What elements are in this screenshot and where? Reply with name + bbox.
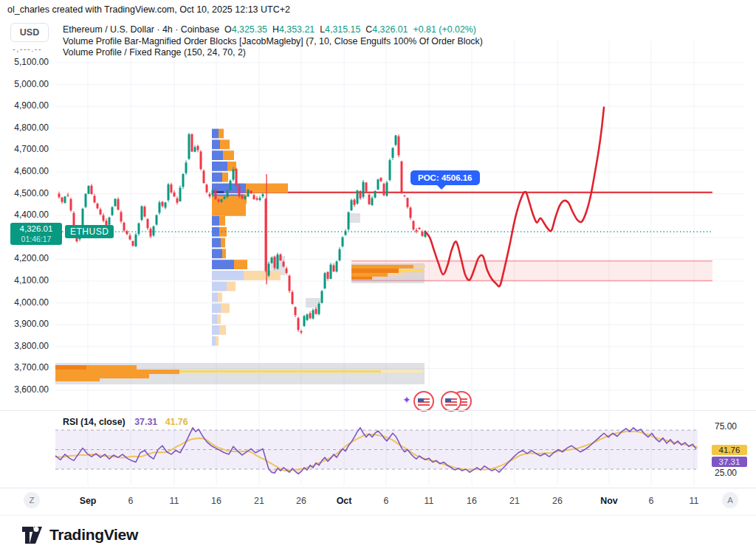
candle-body <box>351 200 353 210</box>
candle-body <box>306 314 309 320</box>
zone-volume-bar <box>351 273 388 277</box>
candle-body <box>236 169 238 185</box>
candle-body <box>227 191 229 197</box>
tradingview-logo-icon <box>22 527 42 544</box>
candle-body <box>120 212 123 221</box>
candle-body <box>283 262 285 266</box>
candle-body <box>413 221 415 230</box>
candle-body <box>241 196 244 199</box>
price-axis-label: 4,100.00 <box>0 275 49 285</box>
candle-body <box>280 255 282 260</box>
volume-profile-bar-buy <box>212 314 217 324</box>
zone-volume-bar <box>399 270 424 272</box>
candle-body <box>218 199 220 201</box>
time-axis-label: 6 <box>128 496 134 506</box>
time-axis-badge-button[interactable]: Z <box>24 492 40 508</box>
current-price-badge: 4,326.01 01:46:17 <box>10 223 62 245</box>
candle-body <box>150 229 152 236</box>
rsi-legend[interactable]: RSI (14, close) 37.31 41.76 <box>63 417 188 427</box>
time-axis-label: 26 <box>552 496 563 506</box>
rsi-main-badge: 37.31 <box>712 457 747 467</box>
price-placeholder: -,---.-- <box>13 44 42 53</box>
candle-body <box>407 198 409 207</box>
candle-body <box>253 195 255 199</box>
candle-body <box>357 190 359 204</box>
pane-separator[interactable] <box>0 410 756 411</box>
candle-body <box>348 212 350 229</box>
candle-body <box>374 191 377 198</box>
currency-toggle-button[interactable]: USD <box>10 23 49 42</box>
indicator-row-fixed-range[interactable]: Volume Profile / Fixed Range (150, 24, 7… <box>63 47 483 59</box>
time-axis-label: 6 <box>649 496 654 506</box>
volume-profile-bar-sell <box>217 314 221 324</box>
candle-body <box>392 148 394 157</box>
candle-body <box>383 184 385 195</box>
candle-body <box>129 235 131 239</box>
candle-body <box>91 186 93 194</box>
time-axis-label: Nov <box>600 496 617 506</box>
candle-body <box>244 196 247 199</box>
candle-body <box>221 199 223 201</box>
candle-body <box>398 136 400 156</box>
rsi-title-text: RSI (14, close) <box>63 417 126 427</box>
fixed-range-volume-bar <box>381 370 423 373</box>
economic-event-icon[interactable] <box>441 391 461 412</box>
candle-body <box>312 310 315 318</box>
candle-body <box>250 191 252 193</box>
indicator-row-order-blocks[interactable]: Volume Profile Bar-Magnified Order Block… <box>63 36 483 48</box>
candle-body <box>410 207 412 218</box>
candle-body <box>100 210 102 215</box>
price-axis-label: 4,700.00 <box>0 144 49 154</box>
candle-body <box>422 232 424 236</box>
candle-body <box>82 209 84 225</box>
order-block-gray-box <box>349 213 360 223</box>
volume-profile-bar-sell <box>222 249 226 258</box>
candle-body <box>159 202 161 212</box>
volume-profile-bar-buy <box>212 216 219 226</box>
candle-body <box>132 241 134 246</box>
candle-body <box>147 219 149 228</box>
fixed-range-volume-bar <box>179 370 381 373</box>
volume-profile-bar-sell <box>219 325 226 335</box>
price-axis-label: 5,100.00 <box>0 57 49 67</box>
candle-body <box>162 202 164 207</box>
zone-volume-bar <box>413 265 425 268</box>
rsi-lower-level-label: 25.00 <box>715 468 737 478</box>
candle-body <box>274 257 276 268</box>
time-axis-badge-button[interactable]: A <box>722 492 738 508</box>
candle-body <box>286 269 288 273</box>
poc-label[interactable]: POC: 4506.16 <box>410 170 480 185</box>
chart-canvas[interactable] <box>0 0 756 554</box>
candle-body <box>191 134 193 152</box>
candle-body <box>85 194 87 207</box>
volume-profile-bar-sell <box>218 293 222 302</box>
volume-profile-bar-buy <box>212 336 216 346</box>
flag-canton <box>445 398 451 402</box>
candle-body <box>318 304 320 314</box>
time-axis-label: 11 <box>170 496 179 506</box>
time-axis-label: 16 <box>211 496 221 506</box>
high-value: 4,353.21 <box>279 24 315 35</box>
candle-body <box>173 193 176 196</box>
economic-event-icon[interactable] <box>413 391 434 412</box>
candle-body <box>315 309 317 314</box>
candle-body <box>380 178 382 181</box>
open-value: 4,325.35 <box>232 24 267 35</box>
rsi-ma-badge: 41.76 <box>712 445 747 455</box>
symbol-title: Ethereum / U.S. Dollar · 4h · Coinbase <box>63 24 219 35</box>
candle-body <box>224 197 226 199</box>
volume-profile-bar-sell <box>234 260 247 269</box>
time-axis[interactable]: ZSep611162126Oct611162126Nov611A <box>0 488 756 515</box>
candle-body <box>262 194 264 196</box>
candle-body <box>324 273 326 288</box>
candle-body <box>300 331 303 333</box>
volume-profile-bar-buy <box>212 260 234 269</box>
candle-body <box>103 215 105 221</box>
volume-profile-bar-buy <box>212 303 221 313</box>
symbol-ohlc-row[interactable]: Ethereum / U.S. Dollar · 4h · CoinbaseO4… <box>63 24 483 36</box>
price-axis-label: 4,800.00 <box>0 122 49 133</box>
price-axis-label: 3,800.00 <box>0 341 49 351</box>
fixed-range-volume-bar <box>55 365 86 370</box>
candle-body <box>309 314 312 319</box>
candle-body <box>404 195 406 196</box>
